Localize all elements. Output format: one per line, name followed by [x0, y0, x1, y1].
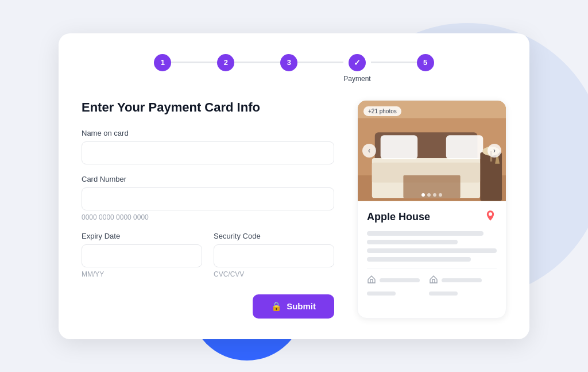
feature-skeleton-2b [429, 292, 458, 296]
svg-rect-6 [381, 135, 418, 159]
feature-item-2 [429, 275, 482, 296]
detail-skeleton-2 [367, 240, 458, 244]
name-on-card-input[interactable] [82, 141, 334, 164]
dot-4 [439, 193, 442, 197]
step-connector-4-5 [371, 62, 417, 63]
step-circle-1[interactable]: 1 [154, 54, 171, 71]
form-title: Enter Your Payment Card Info [82, 100, 334, 115]
main-card: 1 2 3 Payment 5 [59, 33, 529, 339]
step-label-4: Payment [343, 75, 370, 83]
security-hint: CVC/CVV [214, 270, 334, 278]
expiry-group: Expiry Date MM/YY [82, 232, 202, 278]
property-name: Apple House [367, 211, 430, 223]
feature-row-2 [429, 275, 482, 286]
card-number-group: Card Number 0000 0000 0000 0000 [82, 175, 334, 221]
image-dots [421, 193, 442, 197]
card-number-hint: 0000 0000 0000 0000 [82, 213, 334, 221]
detail-skeleton-4 [367, 257, 471, 262]
property-card: +21 photos ‹ › Apple House [357, 100, 506, 319]
expiry-hint: MM/YY [82, 270, 202, 278]
security-group: Security Code CVC/CVV [214, 232, 334, 278]
step-4: Payment [343, 54, 370, 83]
prev-photo-button[interactable]: ‹ [362, 144, 376, 158]
feature-row-1 [367, 275, 420, 286]
property-image: +21 photos ‹ › [358, 101, 506, 201]
lock-icon: 🔒 [271, 301, 282, 312]
next-photo-button[interactable]: › [488, 144, 501, 158]
step-1: 1 [154, 54, 171, 71]
security-input[interactable] [214, 244, 334, 267]
dot-3 [433, 193, 436, 197]
dot-2 [427, 193, 431, 197]
upload-icon [429, 275, 438, 286]
card-number-label: Card Number [82, 175, 334, 183]
chevron-left-icon: ‹ [368, 147, 370, 155]
dot-1 [421, 193, 425, 197]
step-circle-3[interactable]: 3 [280, 54, 297, 71]
step-circle-4[interactable] [349, 54, 366, 71]
step-2: 2 [217, 54, 234, 71]
security-label: Security Code [214, 232, 334, 240]
expiry-security-row: Expiry Date MM/YY Security Code CVC/CVV [82, 232, 334, 289]
step-circle-2[interactable]: 2 [217, 54, 234, 71]
stepper: 1 2 3 Payment 5 [82, 54, 506, 83]
form-section: Enter Your Payment Card Info Name on car… [82, 100, 334, 319]
submit-label: Submit [287, 301, 316, 311]
step-connector-1-2 [171, 62, 217, 63]
name-on-card-label: Name on card [82, 129, 334, 137]
submit-button[interactable]: 🔒 Submit [253, 294, 334, 319]
property-features [367, 269, 497, 296]
chevron-right-icon: › [493, 147, 496, 155]
property-info: Apple House [358, 201, 506, 304]
step-connector-2-3 [234, 62, 280, 63]
name-on-card-group: Name on card [82, 129, 334, 164]
property-details [367, 231, 497, 262]
step-circle-5[interactable]: 5 [417, 54, 434, 71]
feature-skeleton-2 [442, 278, 482, 282]
expiry-input[interactable] [82, 244, 202, 267]
svg-point-14 [489, 212, 492, 216]
detail-skeleton-1 [367, 231, 483, 236]
house-icon [367, 275, 376, 286]
svg-rect-7 [446, 135, 483, 159]
airbnb-icon [484, 209, 497, 225]
feature-item-1 [367, 275, 420, 296]
step-5: 5 [417, 54, 434, 71]
step-connector-3-4 [297, 62, 343, 63]
card-number-input[interactable] [82, 187, 334, 210]
main-content: Enter Your Payment Card Info Name on car… [82, 100, 506, 319]
feature-skeleton-1 [380, 278, 420, 282]
feature-skeleton-1b [367, 292, 396, 296]
expiry-label: Expiry Date [82, 232, 202, 240]
property-name-row: Apple House [367, 209, 497, 225]
step-3: 3 [280, 54, 297, 71]
photos-badge: +21 photos [363, 106, 401, 116]
detail-skeleton-3 [367, 248, 497, 253]
